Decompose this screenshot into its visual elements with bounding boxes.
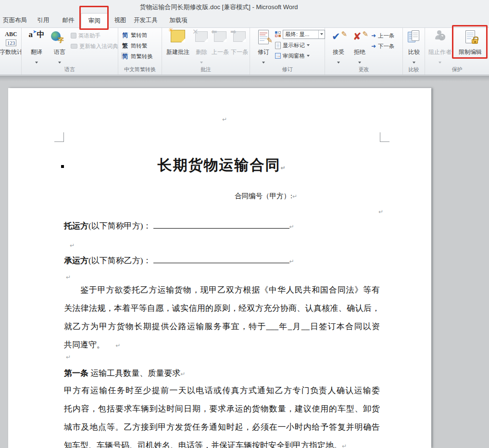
english-assistant-label: 英语助手 (78, 32, 100, 39)
ribbon: ABC 123 字数统计 a➤中 翻译 字 语言 (0, 27, 489, 75)
ribbon-group-language: a➤中 翻译 字 语言 英语助手 更新输入法词典 语言 (22, 28, 118, 75)
chevron-down-icon (35, 62, 38, 64)
carrier-blank-line (153, 256, 289, 263)
track-changes-button[interactable]: ✎ 修订 (253, 29, 274, 66)
ribbon-tab-row: 页面布局 引用 邮件 审阅 视图 开发工具 加载项 (0, 13, 489, 27)
group-label-tracking: 修订 (250, 66, 325, 73)
update-ime-dictionary-label: 更新输入法词典 (79, 43, 118, 50)
tab-mailings[interactable]: 邮件 (59, 13, 78, 27)
english-assistant-button[interactable]: 英语助手 (71, 31, 100, 40)
tab-references[interactable]: 引用 (34, 13, 53, 27)
chevron-down-icon (307, 44, 310, 46)
margin-corner-mark (54, 132, 64, 142)
accept-button[interactable]: ✔ ✎ 接受 (329, 29, 348, 66)
group-label-language: 语言 (22, 66, 118, 73)
next-comment-button[interactable]: ➡ 下一条 (230, 29, 249, 66)
paragraph-line: 甲方有运输任务时至少提前一天以电话或传真方式通知乙方专门负责人确认运输委 (64, 386, 380, 396)
reviewing-pane-icon: → (275, 53, 281, 59)
accept-label: 接受 (329, 48, 348, 56)
group-label-protect: 保护 (425, 66, 489, 73)
shipper-line: 托运方(以下简称甲方)： ↵ (64, 221, 391, 231)
pencil-icon: ✎ (266, 36, 273, 45)
chevron-down-icon (200, 62, 203, 64)
new-comment-button[interactable]: ✳ 新建批注 (164, 29, 192, 66)
compare-button[interactable]: 比较 (404, 29, 424, 66)
tab-developer[interactable]: 开发工具 (131, 13, 161, 27)
tab-addins[interactable]: 加载项 (166, 13, 191, 27)
paragraph-mark: ↵ (70, 242, 75, 249)
track-changes-label: 修订 (253, 48, 274, 56)
restrict-editing-highlight-box (452, 25, 488, 59)
next-comment-icon: ➡ (233, 31, 246, 42)
next-change-label: 下一条 (378, 43, 395, 50)
contract-number-line: 合同编号（甲方）:↵ (235, 192, 297, 201)
block-authors-button[interactable]: 阻止作者 (427, 29, 453, 66)
translate-icon: a➤中 (26, 30, 47, 47)
translate-label: 翻译 (26, 48, 47, 56)
show-markup-button[interactable]: 显示标记 (275, 40, 310, 50)
delete-comment-label: 删除 (193, 48, 210, 56)
ribbon-group-compare: 比较 比较 (403, 28, 425, 75)
display-for-review-value: 最终: 显... (283, 31, 318, 38)
next-comment-label: 下一条 (230, 48, 249, 56)
chevron-down-icon (358, 62, 361, 64)
word-count-icon: ABC 123 (0, 30, 22, 47)
show-markup-label: 显示标记 (283, 42, 305, 49)
group-label-changes: 更改 (325, 66, 402, 73)
no-symbol-icon (439, 34, 445, 40)
previous-comment-button[interactable]: ⬅ 上一条 (211, 29, 229, 66)
new-comment-label: 新建批注 (164, 48, 192, 56)
paragraph-line: 关法律法规，本着平等自愿，诚实信用的原则，经双方充分协商、认真核准、确认后， (64, 304, 380, 313)
window-title: 货物运输合同长期修改版.doc [兼容模式] - Microsoft Word (0, 3, 438, 12)
paragraph-mark: ↵ (378, 208, 383, 215)
next-change-button[interactable]: ➜ 下一条 (371, 41, 395, 51)
word-count-button[interactable]: ABC 123 字数统计 (0, 29, 22, 66)
ribbon-group-tracking: ✎ 修订 最终: 显... (250, 28, 325, 75)
ribbon-group-chinese-conversion: 简 繁转简 繁 简转繁 简 简繁转换 中文简繁转换 (118, 28, 162, 75)
chevron-down-icon (413, 62, 415, 64)
display-for-review-combo[interactable]: 最终: 显... (275, 29, 325, 39)
chevron-down-icon (58, 62, 61, 64)
track-changes-icon: ✎ (258, 30, 269, 44)
chevron-down-icon (262, 62, 265, 64)
word-count-label: 字数统计 (0, 48, 22, 56)
update-ime-dictionary-button[interactable]: 更新输入法词典 (71, 41, 118, 51)
next-change-icon: ➜ (371, 43, 376, 50)
trad-to-simp-label: 繁转简 (131, 32, 148, 39)
pencil-icon: ✎ (341, 30, 347, 38)
simp-trad-convert-button[interactable]: 简 简繁转换 (121, 51, 153, 61)
trad-to-simp-button[interactable]: 简 繁转简 (121, 30, 148, 40)
chevron-down-icon (337, 62, 340, 64)
translate-button[interactable]: a➤中 翻译 (26, 29, 47, 66)
delete-comment-button[interactable]: ✕ 删除 (193, 29, 210, 66)
simp-to-trad-button[interactable]: 繁 简转繁 (121, 41, 148, 51)
reject-label: 拒绝 (350, 48, 369, 56)
document-area[interactable]: ↵ 长期货物运输合同↵ 合同编号（甲方）:↵ ↵ 托运方(以下简称甲方)： ↵ … (0, 76, 489, 448)
document-page[interactable]: ↵ 长期货物运输合同↵ 合同编号（甲方）:↵ ↵ 托运方(以下简称甲方)： ↵ … (8, 88, 431, 448)
reviewing-pane-button[interactable]: → 审阅窗格 (275, 51, 310, 61)
reject-icon: ✘ ✎ (350, 30, 369, 47)
chevron-down-icon (439, 62, 441, 64)
paragraph-mark: ↵ (66, 354, 71, 360)
group-label-compare: 比较 (403, 66, 425, 73)
previous-change-button[interactable]: ➜ 上一条 (371, 31, 395, 40)
paragraph-line: 托内容，包括要求车辆到达时间日期，要求承运的货物数量，建议使用的车型、卸货 (64, 404, 380, 414)
reviewing-pane-label: 审阅窗格 (283, 52, 305, 60)
reject-button[interactable]: ✘ ✎ 拒绝 (350, 29, 369, 66)
title-bar: 货物运输合同长期修改版.doc [兼容模式] - Microsoft Word (0, 0, 489, 13)
chevron-down-icon (320, 33, 323, 35)
tab-page-layout[interactable]: 页面布局 (0, 13, 30, 27)
shipper-blank-line (153, 221, 289, 229)
language-icon: 字 (50, 30, 70, 47)
ribbon-group-comments: ✳ 新建批注 ✕ 删除 ⬅ 上一条 ➡ 下一条 (162, 28, 250, 75)
pencil-icon: ✎ (362, 30, 368, 38)
tab-view[interactable]: 视图 (111, 13, 130, 27)
accept-icon: ✔ ✎ (329, 30, 348, 47)
trad-to-simp-icon: 简 (121, 31, 129, 39)
english-assistant-icon (71, 33, 76, 38)
keyboard-icon (71, 44, 77, 49)
language-button[interactable]: 字 语言 (50, 29, 70, 66)
word-window: 货物运输合同长期修改版.doc [兼容模式] - Microsoft Word … (0, 0, 489, 448)
display-for-review-select[interactable]: 最终: 显... (283, 30, 325, 39)
compare-label: 比较 (404, 48, 424, 56)
